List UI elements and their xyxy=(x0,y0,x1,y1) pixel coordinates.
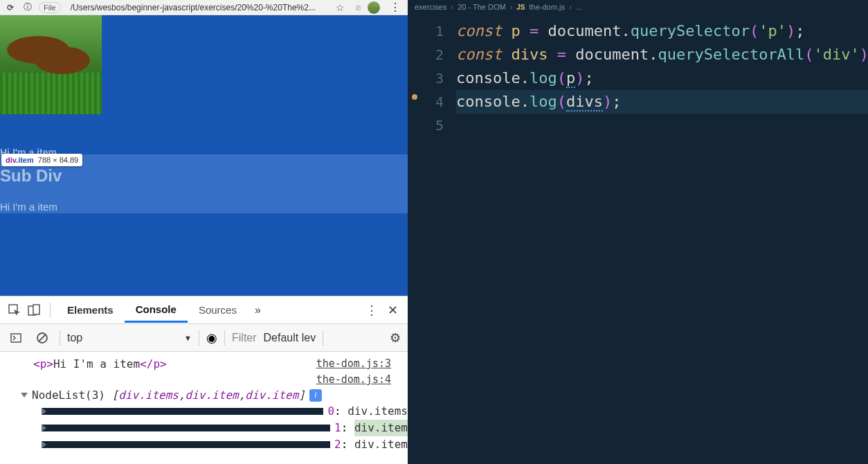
console-settings-icon[interactable]: ⚙ xyxy=(390,330,401,346)
browser-menu-icon[interactable]: ⋮ xyxy=(387,1,404,14)
tab-elements[interactable]: Elements xyxy=(56,298,125,321)
address-bar[interactable]: /Users/wesbos/beginner-javascript/exerci… xyxy=(71,3,325,12)
devtools-menu-icon[interactable]: ⋮ xyxy=(365,303,378,318)
info-icon[interactable]: i xyxy=(309,389,322,402)
inspect-tooltip: div.item 788 × 84.89 xyxy=(1,154,82,166)
console-source-link[interactable]: the-dom.js:3 xyxy=(316,357,401,371)
bookmark-star-icon[interactable]: ☆ xyxy=(336,2,345,13)
profile-avatar[interactable] xyxy=(368,1,380,14)
live-expression-icon[interactable]: ◉ xyxy=(206,330,217,346)
console-log-row[interactable]: the-dom.js:4 xyxy=(0,372,408,387)
disclosure-triangle-icon[interactable] xyxy=(42,425,330,431)
console-sidebar-toggle-icon[interactable] xyxy=(7,329,25,347)
nodelist-child[interactable]: 0: div.items xyxy=(0,403,408,420)
inspect-dimensions: 788 × 84.89 xyxy=(38,156,78,164)
execution-context-select[interactable]: top▼ xyxy=(67,330,192,346)
console-filter-input[interactable]: Filter xyxy=(232,332,257,344)
svg-rect-2 xyxy=(33,305,39,314)
nodelist-child[interactable]: 1: div.item xyxy=(0,420,408,436)
nodelist-child[interactable]: 2: div.item xyxy=(0,436,408,453)
disclosure-triangle-icon[interactable] xyxy=(42,441,330,448)
disclosure-triangle-icon[interactable] xyxy=(21,393,28,398)
devtools-close-icon[interactable]: ✕ xyxy=(388,303,398,318)
origin-chip[interactable]: File xyxy=(39,2,61,13)
devtools-panel: Elements Console Sources » ⋮ ✕ top▼ xyxy=(0,296,408,464)
nodelist-row[interactable]: NodeList(3) [ div.items, div.item, div.i… xyxy=(0,387,408,403)
tab-console[interactable]: Console xyxy=(125,298,188,323)
modified-line-dot-icon xyxy=(412,94,417,100)
tab-sources[interactable]: Sources xyxy=(188,298,248,321)
line-gutter[interactable]: 1 2 3 4 5 xyxy=(408,14,453,464)
reload-icon[interactable]: ⟳ xyxy=(4,1,17,14)
inspect-element-icon[interactable] xyxy=(6,301,24,319)
extension-icon[interactable]: ⎚ xyxy=(356,3,361,12)
disclosure-triangle-icon[interactable] xyxy=(42,408,323,415)
console-output: <p>Hi I'm a item</p> the-dom.js:3 the-do… xyxy=(0,352,408,464)
clear-console-icon[interactable] xyxy=(33,329,51,347)
svg-line-5 xyxy=(39,334,46,341)
browser-toolbar: ⟳ ⓘ File /Users/wesbos/beginner-javascri… xyxy=(0,0,408,15)
code-area[interactable]: const p = document.querySelector('p'); c… xyxy=(456,19,868,137)
item-text-2: Hi I'm a item xyxy=(0,201,57,213)
page-viewport: Hi I'm a item Sub Div Hi I'm a item div.… xyxy=(0,15,408,296)
code-editor: exercises› 20 - The DOM› JSthe-dom.js›..… xyxy=(408,0,868,464)
console-log-row[interactable]: <p>Hi I'm a item</p> the-dom.js:3 xyxy=(0,356,408,372)
log-levels-select[interactable]: Default lev xyxy=(264,332,316,344)
console-toolbar: top▼ ◉ Filter Default lev ⚙ xyxy=(0,324,408,352)
console-source-link[interactable]: the-dom.js:4 xyxy=(316,373,401,386)
device-toolbar-icon[interactable] xyxy=(25,301,43,319)
breadcrumb[interactable]: exercises› 20 - The DOM› JSthe-dom.js›..… xyxy=(408,0,868,14)
site-info-icon[interactable]: ⓘ xyxy=(24,1,32,13)
devtools-tab-bar: Elements Console Sources » ⋮ ✕ xyxy=(0,296,408,324)
puppy-image xyxy=(0,15,102,114)
tabs-overflow-icon[interactable]: » xyxy=(248,300,268,321)
